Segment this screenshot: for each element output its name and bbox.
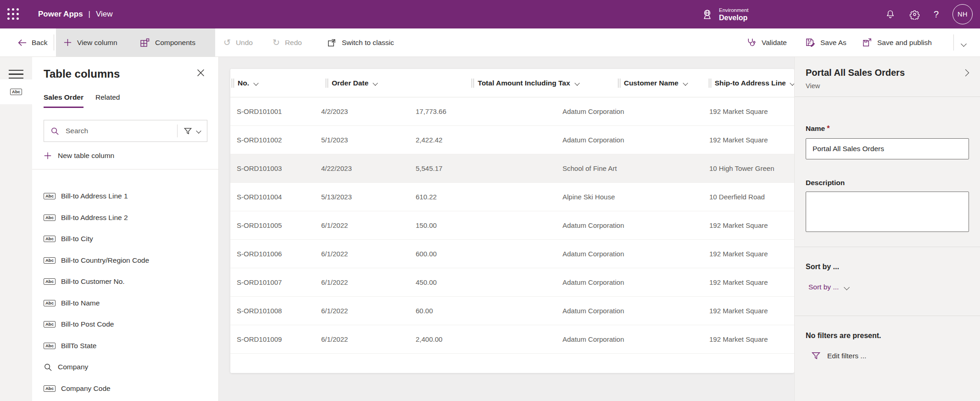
- close-icon[interactable]: [197, 69, 205, 77]
- edit-filters-button[interactable]: Edit filters ...: [811, 351, 969, 361]
- sort-section-title: Sort by ...: [806, 263, 969, 271]
- abc-text-icon: Abc: [10, 89, 22, 95]
- column-drag-handle-icon[interactable]: [618, 79, 620, 88]
- plus-icon: [44, 152, 52, 160]
- column-drag-handle-icon[interactable]: [232, 79, 234, 88]
- field-item[interactable]: Abc Bill-to City: [32, 228, 218, 250]
- save-as-button[interactable]: Save As: [805, 28, 846, 56]
- cell-ship-to-address: 192 Market Square: [703, 240, 794, 268]
- table-row[interactable]: S-ORD101005 6/1/2022 150.00 Adatum Corpo…: [230, 211, 794, 240]
- lookup-search-icon: [44, 363, 52, 372]
- filter-funnel-icon: [811, 351, 821, 361]
- column-header[interactable]: Ship-to Address Line: [707, 69, 794, 97]
- view-column-button[interactable]: View column: [63, 28, 117, 56]
- cell-customer-name: Adatum Corporation: [556, 240, 703, 268]
- cell-no: S-ORD101001: [230, 97, 315, 125]
- field-label: Bill-to City: [61, 235, 93, 243]
- app-name-link[interactable]: Power Apps: [38, 10, 83, 19]
- column-header[interactable]: No.: [230, 69, 324, 97]
- view-name-input[interactable]: [806, 138, 969, 159]
- cell-customer-name: Adatum Corporation: [556, 325, 703, 353]
- table-row[interactable]: S-ORD101007 6/1/2022 450.00 Adatum Corpo…: [230, 268, 794, 297]
- user-avatar[interactable]: NH: [952, 4, 973, 24]
- plus-icon: [63, 38, 72, 47]
- hamburger-menu-icon[interactable]: [9, 70, 23, 79]
- settings-gear-icon[interactable]: [909, 9, 920, 20]
- cell-order-date: 6/1/2022: [315, 211, 409, 239]
- view-canvas: No. Order Date Total Amount Including Ta…: [219, 57, 794, 401]
- column-header[interactable]: Order Date: [324, 69, 470, 97]
- field-item[interactable]: Abc Bill-to Address Line 2: [32, 207, 218, 229]
- column-header-label: Customer Name: [624, 79, 679, 87]
- field-item[interactable]: Abc Company Code: [32, 378, 218, 400]
- table-row[interactable]: S-ORD101006 6/1/2022 600.00 Adatum Corpo…: [230, 240, 794, 268]
- tab[interactable]: Sales Order: [44, 93, 84, 108]
- cell-customer-name: Adatum Corporation: [556, 211, 703, 239]
- cell-order-date: 6/1/2022: [315, 240, 409, 268]
- table-row[interactable]: S-ORD101009 6/1/2022 2,400.00 Adatum Cor…: [230, 325, 794, 354]
- chevron-down-icon: [683, 80, 688, 85]
- name-label: Name: [806, 124, 825, 132]
- filter-columns-button[interactable]: [178, 127, 207, 136]
- cell-total-amount: 17,773.66: [409, 97, 556, 125]
- switch-to-classic-button[interactable]: Switch to classic: [327, 28, 394, 56]
- view-description-textarea[interactable]: [806, 192, 969, 232]
- filter-funnel-icon: [184, 127, 192, 136]
- expand-chevron-right-icon[interactable]: [963, 69, 968, 77]
- field-item[interactable]: Abc Bill-to Post Code: [32, 314, 218, 335]
- left-rail: Abc: [0, 57, 32, 401]
- notifications-bell-icon[interactable]: [885, 9, 896, 20]
- cell-total-amount: 2,400.00: [409, 325, 556, 353]
- validate-button[interactable]: Validate: [746, 28, 787, 56]
- environment-globe-icon: [701, 8, 713, 21]
- field-item[interactable]: Abc Bill-to Address Line 1: [32, 186, 218, 207]
- column-header-label: Ship-to Address Line: [715, 79, 785, 87]
- page-name: View: [96, 10, 113, 19]
- back-button[interactable]: Back: [17, 28, 47, 56]
- column-header[interactable]: Total Amount Including Tax: [470, 69, 616, 97]
- tab[interactable]: Related: [95, 93, 120, 108]
- table-row[interactable]: S-ORD101008 6/1/2022 60.00 Adatum Corpor…: [230, 297, 794, 325]
- grid-body: S-ORD101001 4/2/2023 17,773.66 Adatum Co…: [230, 97, 794, 354]
- table-row[interactable]: S-ORD101002 5/1/2023 2,422.42 Adatum Cor…: [230, 126, 794, 154]
- grid-header-row: No. Order Date Total Amount Including Ta…: [230, 69, 794, 97]
- column-header[interactable]: Customer Name: [617, 69, 707, 97]
- cell-no: S-ORD101006: [230, 240, 315, 268]
- table-row[interactable]: S-ORD101004 5/13/2023 610.22 Alpine Ski …: [230, 183, 794, 211]
- waffle-menu-icon[interactable]: [7, 8, 19, 20]
- save-and-publish-button[interactable]: Save and publish: [862, 28, 932, 56]
- sort-by-dropdown[interactable]: Sort by ...: [808, 283, 969, 291]
- cell-total-amount: 610.22: [409, 183, 556, 211]
- column-drag-handle-icon[interactable]: [326, 79, 328, 88]
- cell-no: S-ORD101003: [230, 154, 315, 182]
- chevron-down-icon: [373, 80, 378, 85]
- field-item[interactable]: Abc BillTo State: [32, 335, 218, 357]
- environment-picker[interactable]: Environment Develop: [701, 0, 749, 28]
- cell-total-amount: 2,422.42: [409, 126, 556, 154]
- field-item[interactable]: Abc Bill-to Country/Region Code: [32, 250, 218, 271]
- field-item[interactable]: Abc Bill-to Name: [32, 293, 218, 314]
- rail-columns-tool[interactable]: Abc: [0, 79, 32, 104]
- cell-no: S-ORD101009: [230, 325, 315, 353]
- new-table-column-button[interactable]: New table column: [44, 152, 218, 160]
- field-item[interactable]: Abc Bill-to Customer No.: [32, 271, 218, 293]
- redo-button[interactable]: ↻ Redo: [273, 28, 302, 56]
- field-item[interactable]: Abc Company: [32, 356, 218, 378]
- column-drag-handle-icon[interactable]: [709, 79, 711, 88]
- field-label: Company: [58, 363, 88, 371]
- title-separator: |: [89, 10, 90, 19]
- search-input[interactable]: [65, 126, 177, 136]
- table-row[interactable]: S-ORD101001 4/2/2023 17,773.66 Adatum Co…: [230, 97, 794, 126]
- abc-text-icon: Abc: [44, 215, 56, 221]
- column-drag-handle-icon[interactable]: [472, 79, 474, 88]
- overflow-chevron-icon[interactable]: [962, 40, 966, 48]
- filters-message: No filters are present.: [806, 332, 969, 340]
- components-button[interactable]: Components: [139, 28, 195, 56]
- field-label: Company Code: [61, 384, 111, 393]
- undo-button[interactable]: ↺ Undo: [223, 28, 253, 56]
- table-row[interactable]: S-ORD101003 4/22/2023 5,545.17 School of…: [230, 154, 794, 183]
- cell-ship-to-address: 192 Market Square: [703, 268, 794, 296]
- cell-order-date: 6/1/2022: [315, 297, 409, 325]
- abc-text-icon: Abc: [44, 236, 56, 242]
- help-icon[interactable]: ?: [934, 10, 939, 19]
